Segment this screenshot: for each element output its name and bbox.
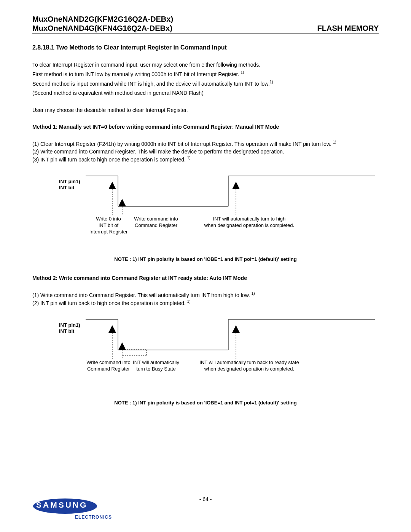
samsung-logo-text: SAMSUNG [36,500,88,510]
samsung-logo: SAMSUNG ELECTRONICS [32,498,98,516]
electronics-text: ELECTRONICS [75,514,112,520]
footnote-ref: 1) [187,299,191,304]
svg-marker-17 [118,342,126,350]
doc-category: FLASH MEMORY [317,24,379,33]
footnote-ref: 1) [187,156,191,160]
timing-diagram-1: INT pin1) INT bit Write 0 into [32,174,379,250]
page-header: MuxOneNAND2G(KFM2G16Q2A-DEBx) MuxOneNAND… [32,14,379,34]
footnote-ref: 1) [270,80,273,84]
footnote-ref: 1) [241,70,244,75]
method-1-step-1: (1) Clear Interrupt Register (F241h) by … [32,140,379,148]
footnote-ref: 1) [252,291,255,296]
diagram-2-label-2: INT will automatically turn to Busy Stat… [118,359,194,372]
axis-label-int-pin: INT pin1) INT bit [59,179,80,190]
product-lines: MuxOneNAND2G(KFM2G16Q2A-DEBx) MuxOneNAND… [32,14,173,33]
intro-p2: First method is to turn INT low by manua… [32,70,379,78]
svg-marker-16 [108,325,116,333]
method-1-title: Method 1: Manually set INT=0 before writ… [32,124,379,130]
product-line-1: MuxOneNAND2G(KFM2G16Q2A-DEBx) [32,14,173,24]
intro-p2-text: First method is to turn INT low by manua… [32,71,241,77]
intro-p1: To clear Interrupt Register in command i… [32,61,379,69]
page-footer: - 64 - SAMSUNG ELECTRONICS [32,496,379,519]
section-title: 2.8.18.1 Two Methods to Clear Interrupt … [32,44,379,51]
method-2: Method 2: Write command into Command Reg… [32,275,379,406]
intro-p3: Second method is input command while INT… [32,80,379,88]
footnote-ref: 1) [333,140,336,144]
svg-marker-7 [232,182,240,189]
timing-diagram-2: INT pin1) INT bit Wri [32,318,379,394]
method-2-title: Method 2: Write command into Command Reg… [32,275,379,281]
axis-label-int-pin: INT pin1) INT bit [59,322,80,334]
method-2-step-2: (2) INT pin will turn back to high once … [32,299,379,307]
product-line-2: MuxOneNAND4G(KFN4G16Q2A-DEBx) [32,24,173,33]
diagram-2-label-3: INT will automatically turn back to read… [185,359,314,372]
intro-p4: (Second method is equivalent with method… [32,89,379,97]
method-2-step-1: (1) Write command into Command Register.… [32,291,379,299]
svg-marker-18 [232,325,240,333]
intro-p5: User may choose the desirable method to … [32,106,379,114]
method-1-step-2: (2) Write command into Command Register.… [32,148,379,155]
diagram-1-note: NOTE : 1) INT pin polarity is based on '… [32,256,379,262]
svg-marker-5 [108,182,116,189]
intro-p3-text: Second method is input command while INT… [32,81,270,87]
diagram-1-label-3: INT will automatically turn to high when… [192,216,306,229]
diagram-1-label-2: Write command into Command Register [118,216,194,229]
svg-marker-6 [118,199,126,206]
diagram-2-note: NOTE : 1) INT pin polarity is based on '… [32,400,379,406]
method-1-step-3: (3) INT pin will turn back to high once … [32,155,379,163]
method-1: Method 1: Manually set INT=0 before writ… [32,124,379,262]
